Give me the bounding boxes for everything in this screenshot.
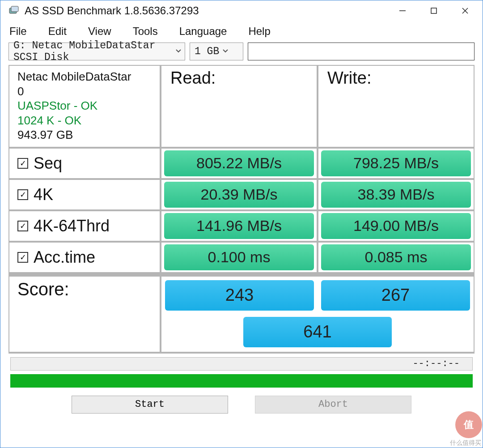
- controller-status: UASPStor - OK: [17, 98, 153, 113]
- row-4k: ✓ 4K 20.39 MB/s 38.39 MB/s: [9, 180, 474, 211]
- write-header: Write:: [318, 66, 474, 147]
- seq-write: 798.25 MB/s: [321, 150, 471, 176]
- toolbar: G: Netac MobileDataStar SCSI Disk 1 GB: [0, 42, 483, 65]
- read-header: Read:: [161, 66, 318, 147]
- seq-label-cell: ✓ Seq: [9, 149, 161, 178]
- fourk64-read: 141.96 MB/s: [164, 213, 314, 239]
- fourk-write: 38.39 MB/s: [321, 182, 471, 208]
- drive-info: Netac MobileDataStar 0 UASPStor - OK 102…: [9, 66, 161, 147]
- svg-rect-3: [431, 8, 436, 13]
- row-4k64: ✓ 4K-64Thrd 141.96 MB/s 149.00 MB/s: [9, 211, 474, 243]
- fourk64-write: 149.00 MB/s: [321, 213, 471, 239]
- title-bar: AS SSD Benchmark 1.8.5636.37293: [0, 0, 483, 21]
- seq-checkbox[interactable]: ✓: [17, 158, 28, 169]
- alignment-status: 1024 K - OK: [17, 113, 153, 128]
- menu-tools[interactable]: Tools: [133, 25, 158, 38]
- row-seq: ✓ Seq 805.22 MB/s 798.25 MB/s: [9, 149, 474, 180]
- results-grid: Netac MobileDataStar 0 UASPStor - OK 102…: [8, 65, 475, 354]
- fourk64-label-cell: ✓ 4K-64Thrd: [9, 211, 161, 241]
- header-row: Netac MobileDataStar 0 UASPStor - OK 102…: [9, 66, 474, 149]
- menu-edit[interactable]: Edit: [48, 25, 67, 38]
- drive-select[interactable]: G: Netac MobileDataStar SCSI Disk: [8, 43, 185, 60]
- progress-bar: [10, 374, 473, 388]
- fourk-label: 4K: [34, 185, 53, 204]
- drive-number: 0: [17, 84, 153, 99]
- drive-name: Netac MobileDataStar: [17, 69, 153, 84]
- seq-read: 805.22 MB/s: [164, 150, 314, 176]
- status-area: --:--:--: [10, 357, 473, 388]
- chevron-down-icon: [175, 46, 182, 57]
- close-button[interactable]: [449, 0, 481, 21]
- seq-label: Seq: [34, 154, 62, 173]
- maximize-button[interactable]: [418, 0, 449, 21]
- menu-bar: File Edit View Tools Language Help: [0, 21, 483, 42]
- minimize-button[interactable]: [387, 0, 418, 21]
- status-bar: --:--:--: [10, 357, 473, 371]
- score-read: 243: [165, 280, 314, 311]
- elapsed-time: --:--:--: [412, 358, 460, 369]
- menu-view[interactable]: View: [88, 25, 111, 38]
- drive-select-value: G: Netac MobileDataStar SCSI Disk: [13, 40, 172, 63]
- app-icon: [8, 5, 19, 16]
- acc-write: 0.085 ms: [321, 244, 471, 270]
- acc-label-cell: ✓ Acc.time: [9, 243, 161, 272]
- buttons-row: Start Abort: [0, 396, 483, 414]
- drive-capacity: 943.97 GB: [17, 128, 153, 142]
- fourk-checkbox[interactable]: ✓: [17, 189, 28, 200]
- fourk64-checkbox[interactable]: ✓: [17, 221, 28, 231]
- window-title: AS SSD Benchmark 1.8.5636.37293: [25, 4, 387, 17]
- score-write: 267: [321, 280, 470, 311]
- acc-checkbox[interactable]: ✓: [17, 252, 28, 263]
- fourk-label-cell: ✓ 4K: [9, 180, 161, 209]
- menu-file[interactable]: File: [9, 25, 27, 38]
- size-select[interactable]: 1 GB: [190, 43, 243, 60]
- size-select-value: 1 GB: [195, 46, 219, 57]
- row-acctime: ✓ Acc.time 0.100 ms 0.085 ms: [9, 243, 474, 274]
- abort-button: Abort: [255, 396, 411, 414]
- acc-read: 0.100 ms: [164, 244, 314, 270]
- fourk64-label: 4K-64Thrd: [34, 217, 110, 235]
- menu-help[interactable]: Help: [248, 25, 270, 38]
- chevron-down-icon: [222, 46, 229, 57]
- search-input[interactable]: [248, 43, 475, 60]
- menu-language[interactable]: Language: [179, 25, 227, 38]
- app-window: AS SSD Benchmark 1.8.5636.37293 File Edi…: [0, 0, 483, 448]
- score-label: Score:: [9, 277, 161, 316]
- score-total: 641: [243, 317, 392, 347]
- svg-rect-1: [11, 6, 18, 12]
- start-button[interactable]: Start: [72, 396, 228, 414]
- acc-label: Acc.time: [34, 248, 95, 267]
- fourk-read: 20.39 MB/s: [164, 182, 314, 208]
- score-block: Score: 243 267 641: [9, 274, 474, 352]
- window-buttons: [387, 0, 481, 21]
